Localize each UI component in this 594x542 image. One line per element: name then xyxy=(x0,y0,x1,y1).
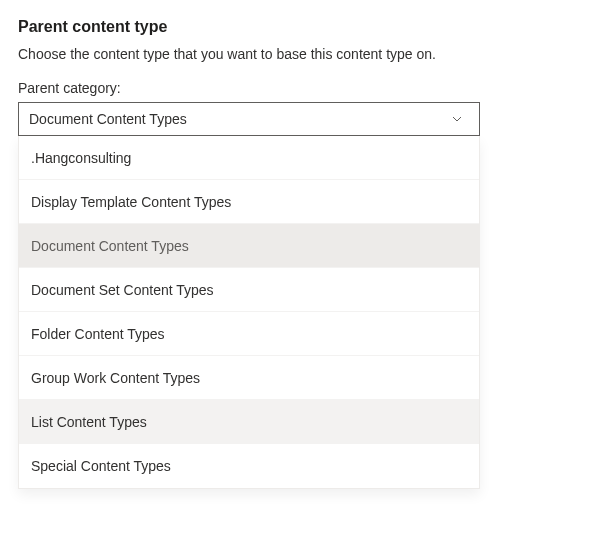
dropdown-option[interactable]: Folder Content Types xyxy=(19,312,479,356)
combobox-selected-value: Document Content Types xyxy=(29,111,187,127)
dropdown-option[interactable]: Group Work Content Types xyxy=(19,356,479,400)
parent-category-label: Parent category: xyxy=(18,80,576,96)
dropdown-option[interactable]: Document Set Content Types xyxy=(19,268,479,312)
section-description: Choose the content type that you want to… xyxy=(18,46,576,62)
dropdown-option[interactable]: .Hangconsulting xyxy=(19,136,479,180)
parent-category-dropdown: .HangconsultingDisplay Template Content … xyxy=(18,136,480,489)
dropdown-option[interactable]: Display Template Content Types xyxy=(19,180,479,224)
dropdown-option[interactable]: Special Content Types xyxy=(19,444,479,488)
dropdown-option[interactable]: Document Content Types xyxy=(19,224,479,268)
chevron-down-icon xyxy=(445,113,469,125)
dropdown-option[interactable]: List Content Types xyxy=(19,400,479,444)
section-title: Parent content type xyxy=(18,18,576,36)
parent-category-combobox[interactable]: Document Content Types xyxy=(18,102,480,136)
